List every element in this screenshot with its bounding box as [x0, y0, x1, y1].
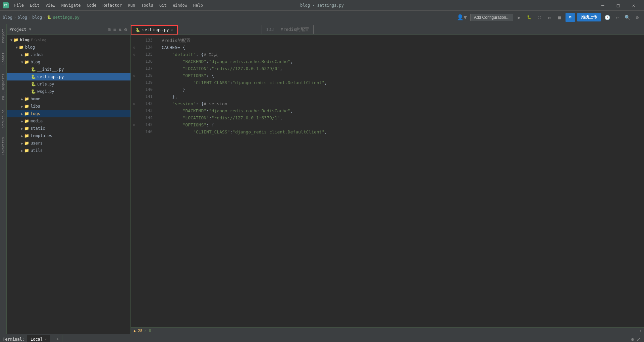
menu-view[interactable]: View: [43, 2, 58, 8]
scroll-to-file-icon[interactable]: ⊞: [107, 26, 111, 33]
tree-label-init: __init__.py: [37, 67, 64, 72]
breadcrumb: blog › blog › blog › 🐍 settings.py: [3, 15, 455, 20]
tree-item-users[interactable]: ▶ 📁 users: [7, 139, 130, 147]
project-label[interactable]: Project: [1, 27, 5, 44]
debug-button[interactable]: 🐛: [525, 13, 533, 21]
tree-item-static[interactable]: ▶ 📁 static: [7, 125, 130, 132]
gutter-135: ⊙: [131, 51, 138, 58]
menu-file[interactable]: File: [11, 2, 26, 8]
tree-label-idea: .idea: [31, 52, 43, 57]
code-line-144: "LOCATION": "redis://127.0.0.1:6379/1",: [162, 114, 639, 121]
commit-label[interactable]: Commit: [1, 51, 5, 66]
terminal-header: Terminal: Local ✕ + ⚙ ⤢: [0, 334, 644, 342]
collapse-all-icon[interactable]: ≡: [113, 26, 117, 33]
minimize-button[interactable]: ─: [595, 0, 610, 11]
close-button[interactable]: ✕: [626, 0, 641, 11]
code-content[interactable]: #redis的配置 CACHES = { "default": {# 默认 "B…: [156, 35, 639, 327]
toolbar-actions: 👤▼ Add Configuration... ▶ 🐛 ⬡ ↺ ■ ⟳ 拖拽上传…: [457, 13, 641, 22]
gutter-145: ⊙: [131, 121, 138, 128]
gutter-140: [131, 86, 138, 93]
favorites-label[interactable]: Favorites: [1, 136, 5, 157]
add-terminal-tab[interactable]: +: [53, 335, 62, 342]
menu-tools[interactable]: Tools: [139, 2, 156, 8]
tree-item-blog-sub[interactable]: ▼ 📁 blog: [7, 58, 130, 66]
upload-button[interactable]: 拖拽上传: [577, 13, 601, 21]
profile-icon[interactable]: 👤▼: [457, 14, 467, 20]
tree-item-utils[interactable]: ▶ 📁 utils: [7, 147, 130, 154]
rerun-button[interactable]: ↺: [545, 13, 553, 21]
menu-code[interactable]: Code: [84, 2, 99, 8]
code-line-146: "CLIENT_CLASS": "django_redis.client.Def…: [162, 128, 639, 135]
history-button[interactable]: 🕐: [603, 13, 611, 21]
tree-item-init[interactable]: 🐍 __init__.py: [7, 66, 130, 73]
scroll-to-top-icon[interactable]: ⬆: [639, 329, 641, 333]
coverage-button[interactable]: ⬡: [535, 13, 543, 21]
tree-item-settings[interactable]: 🐍 settings.py: [7, 73, 130, 80]
code-line-137: "LOCATION": "redis://127.0.0.1:6379/0",: [162, 65, 639, 72]
breadcrumb-blog3[interactable]: blog: [32, 15, 42, 20]
menu-window[interactable]: Window: [170, 2, 190, 8]
add-configuration-button[interactable]: Add Configuration...: [470, 14, 513, 21]
terminal-settings-icon[interactable]: ⚙: [631, 336, 635, 342]
ok-count: ✓ 8: [145, 329, 151, 333]
menu-navigate[interactable]: Navigate: [59, 2, 84, 8]
tab-close-button[interactable]: ✕: [171, 28, 173, 32]
tree-label-settings: settings.py: [37, 74, 64, 79]
gutter-144: [131, 114, 138, 121]
terminal-maximize-icon[interactable]: ⤢: [636, 336, 641, 342]
code-line-134: CACHES = {: [162, 44, 639, 51]
gutter-139: [131, 79, 138, 86]
project-dropdown[interactable]: ▼: [29, 27, 32, 32]
code-editor[interactable]: ⊙ ⊙ ⊙ ⊙ ⊙ 133 134 135 136 137 138: [131, 35, 644, 327]
gutter-137: [131, 65, 138, 72]
window-title: blog - settings.py: [300, 3, 344, 8]
line-num-135: 135: [138, 51, 153, 58]
terminal-tab-close[interactable]: ✕: [45, 337, 47, 341]
code-line-133: #redis的配置: [162, 37, 639, 44]
pull-requests-label[interactable]: Pull Requests: [1, 72, 5, 101]
structure-label[interactable]: Structure: [1, 108, 5, 129]
code-line-136: "BACKEND": "django_redis.cache.RedisCach…: [162, 58, 639, 65]
tree-item-logs[interactable]: ▶ 📁 logs: [7, 110, 130, 117]
breadcrumb-blog2[interactable]: blog: [17, 15, 27, 20]
menu-run[interactable]: Run: [125, 2, 138, 8]
menu-git[interactable]: Git: [157, 2, 169, 8]
breadcrumb-settings[interactable]: 🐍 settings.py: [47, 15, 79, 20]
gutter-133: [131, 37, 138, 44]
tree-item-idea[interactable]: ▶ 📁 .idea: [7, 51, 130, 58]
search-toolbar-button[interactable]: 🔍: [623, 13, 631, 21]
code-line-140: }: [162, 86, 639, 93]
terminal-tab-label: Local: [31, 337, 43, 342]
line-num-141: 141: [138, 93, 153, 100]
menu-refactor[interactable]: Refactor: [100, 2, 124, 8]
maximize-button[interactable]: □: [610, 0, 626, 11]
tree-item-libs[interactable]: ▶ 📁 libs: [7, 103, 130, 110]
tree-item-templates[interactable]: ▶ 📁 templates: [7, 132, 130, 139]
tree-item-urls[interactable]: 🐍 urls.py: [7, 80, 130, 88]
tree-item-root[interactable]: ▼ 📁 blog F:\blog: [7, 36, 130, 44]
editor-tab-settings[interactable]: 🐍 settings.py ✕: [131, 25, 178, 35]
settings-icon[interactable]: ⚙: [124, 26, 128, 33]
tab-bar: 🐍 settings.py ✕: [131, 24, 644, 35]
stop-button[interactable]: ■: [555, 13, 564, 21]
menu-help[interactable]: Help: [191, 2, 206, 8]
tree-item-home[interactable]: ▶ 📁 home: [7, 95, 130, 103]
code-line-141: },: [162, 93, 639, 100]
menu-edit[interactable]: Edit: [27, 2, 42, 8]
settings-toolbar-button[interactable]: ⚙: [633, 13, 641, 21]
tree-item-media[interactable]: ▶ 📁 media: [7, 117, 130, 125]
line-num-143: 143: [138, 107, 153, 114]
tree-item-blog[interactable]: ▼ 📁 blog: [7, 44, 130, 51]
terminal-tab-local[interactable]: Local ✕: [27, 335, 50, 342]
terminal-area: Terminal: Local ✕ + ⚙ ⤢ Collecting wrapt…: [0, 334, 644, 342]
expand-icon[interactable]: ⇅: [118, 26, 122, 33]
tree-item-wsgi[interactable]: 🐍 wsgi.py: [7, 88, 130, 95]
line-num-146: 146: [138, 128, 153, 135]
title-bar: PC File Edit View Navigate Code Refactor…: [0, 0, 644, 11]
tab-settings-label: settings.py: [142, 27, 169, 32]
breadcrumb-blog1[interactable]: blog: [3, 15, 12, 20]
undo-button[interactable]: ↩: [613, 13, 621, 21]
code-line-138: "OPTIONS": {: [162, 72, 639, 79]
gutter-134: ⊙: [131, 44, 138, 51]
run-button[interactable]: ▶: [515, 13, 523, 21]
